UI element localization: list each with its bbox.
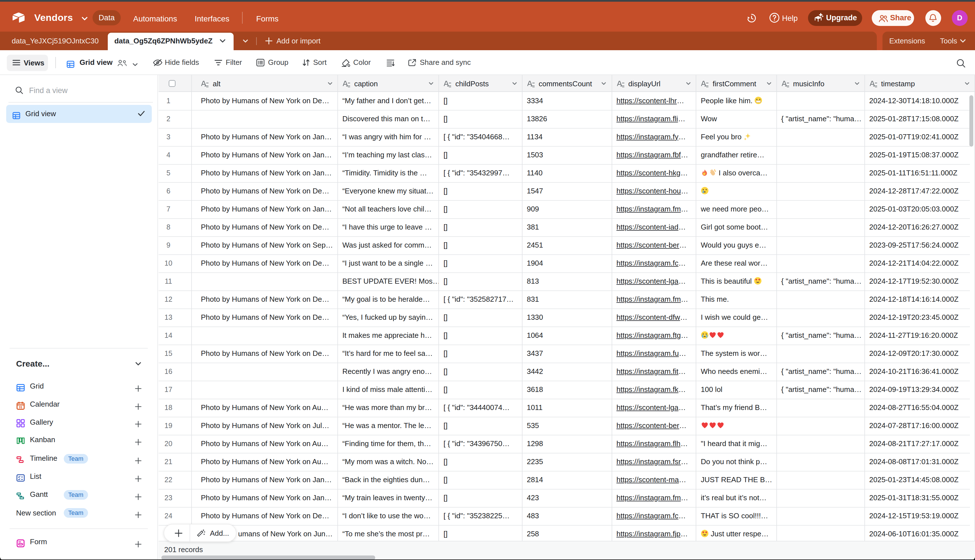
svg-text:31: 31 bbox=[18, 405, 22, 408]
